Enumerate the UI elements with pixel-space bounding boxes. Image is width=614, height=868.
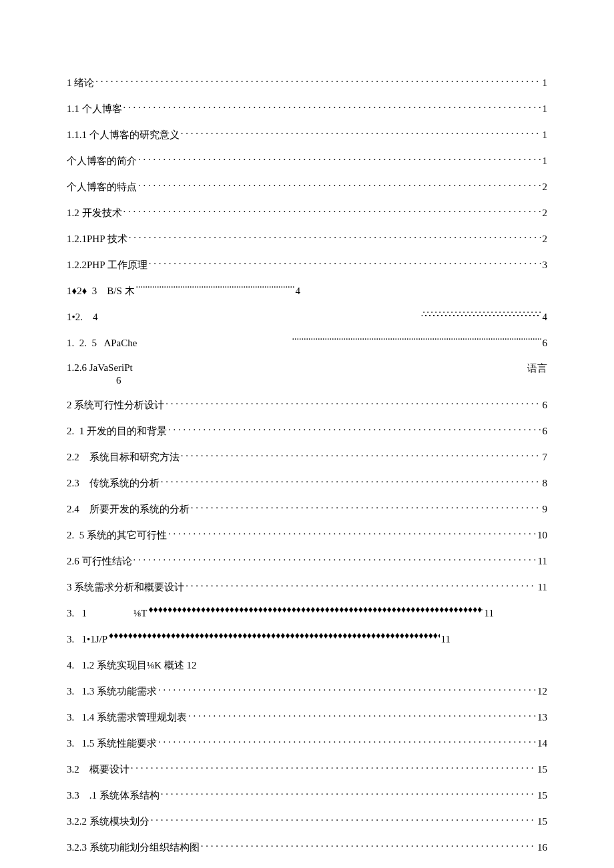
toc-entry: 2.3 传统系统的分析8: [67, 476, 547, 490]
toc-leader: [168, 528, 536, 538]
toc-label: 3.2.3 系统功能划分组织结构图: [67, 841, 200, 855]
toc-leader: [131, 763, 536, 773]
toc-page-number: 2: [543, 206, 548, 220]
toc-entry: 1 绪论1: [67, 76, 547, 90]
toc-entry: 1♦2♦ 3 B/S 木4: [67, 284, 300, 298]
toc-page-number: 15: [537, 815, 547, 829]
toc-entry: 3.3 .1 系统体系结构15: [67, 789, 547, 803]
toc-label: 1.2.2PHP 工作原理: [67, 258, 147, 272]
toc-leader: [136, 284, 294, 294]
toc-label: 个人博客的简介: [67, 154, 137, 168]
toc-leader: [168, 424, 541, 434]
toc-leader: [191, 502, 541, 512]
toc-page-number: 11: [441, 632, 450, 646]
toc-entry: 1. 2. 5 APaChe6: [67, 336, 547, 350]
table-of-contents: 1 绪论11.1 个人博客11.1.1 个人博客的研究意义1个人博客的简介1个人…: [67, 76, 547, 855]
toc-leader: [129, 232, 541, 242]
toc-page-number: 1: [543, 102, 548, 116]
toc-leader: [158, 685, 536, 695]
toc-page-number: 6: [543, 424, 548, 438]
toc-page-number: 12: [537, 685, 547, 699]
toc-label: 2. 1 开发的目的和背景: [67, 424, 167, 438]
toc-label: 个人博客的特点: [67, 180, 137, 194]
toc-entry: 个人博客的简介1: [67, 154, 547, 168]
toc-label: 1. 2. 5 APaChe: [67, 336, 137, 350]
toc-leader: [188, 711, 536, 721]
toc-leader: [161, 476, 541, 486]
toc-page-number: 10: [537, 528, 547, 542]
toc-leader: [166, 398, 541, 408]
toc-entry: 2.4 所要开发的系统的分析9: [67, 502, 547, 516]
toc-label: 1♦2♦ 3 B/S 木: [67, 284, 135, 298]
toc-entry: 1.2.6 JaVaSeriPt语言6: [67, 362, 547, 386]
toc-leader: [158, 737, 536, 747]
toc-page-number: 15: [537, 789, 547, 803]
toc-entry: 3. 1.4 系统需求管理规划表13: [67, 711, 547, 725]
toc-entry: 3.2 概要设计15: [67, 763, 547, 777]
toc-label: 2.3 传统系统的分析: [67, 476, 160, 490]
toc-leader: [138, 180, 541, 190]
toc-entry: 1.2 开发技术2: [67, 206, 547, 220]
toc-page-number: 6: [116, 375, 547, 386]
toc-label: 3.2.2 系统模块划分: [67, 815, 149, 829]
toc-leader: [138, 336, 541, 346]
toc-label: 1•2. 4: [67, 310, 98, 324]
toc-entry: 1•2. 44: [67, 310, 547, 324]
toc-entry: 1.1 个人博客1: [67, 102, 547, 116]
toc-entry: 3. 1.5 系统性能要求14: [67, 737, 547, 751]
toc-page-number: 4: [296, 284, 301, 298]
toc-page-number: 4: [543, 310, 548, 324]
toc-entry: 2. 5 系统的其它可行性10: [67, 528, 547, 542]
toc-page-number: 1: [543, 154, 548, 168]
toc-leader: [161, 789, 536, 799]
toc-label: 3. 1.5 系统性能要求: [67, 737, 157, 751]
toc-page-number: 1: [543, 128, 548, 142]
toc-page-number: 3: [543, 258, 548, 272]
toc-entry: 2 系统可行性分析设计6: [67, 398, 547, 412]
toc-label: 1.1 个人博客: [67, 102, 122, 116]
toc-page-number: 11: [538, 554, 547, 568]
toc-entry: 1.2.2PHP 工作原理3: [67, 258, 547, 272]
toc-label: 2.2 系统目标和研究方法: [67, 450, 180, 464]
toc-leader: [123, 102, 541, 112]
toc-leader: [99, 310, 541, 320]
toc-leader: [149, 258, 541, 268]
toc-label: 1.2.1PHP 技术: [67, 232, 127, 246]
toc-entry: 1.1.1 个人博客的研究意义1: [67, 128, 547, 142]
toc-page-number: 14: [537, 737, 547, 751]
toc-label: 2 系统可行性分析设计: [67, 398, 164, 412]
toc-right-text: 语言: [527, 362, 547, 375]
toc-leader: [181, 450, 541, 460]
toc-label: 1 绪论: [67, 76, 94, 90]
toc-page-number: 1: [543, 76, 548, 90]
toc-page-number: 13: [537, 711, 547, 725]
toc-page-number: 9: [543, 502, 548, 516]
toc-label: 3. 1.4 系统需求管理规划表: [67, 711, 187, 725]
toc-label: 2.4 所要开发的系统的分析: [67, 502, 190, 516]
toc-leader: [109, 632, 439, 642]
toc-leader: [133, 554, 537, 564]
toc-leader: [151, 815, 536, 825]
toc-leader: [138, 154, 541, 164]
toc-entry: 1.2.1PHP 技术2: [67, 232, 547, 246]
toc-label: 1.2 开发技术: [67, 206, 122, 220]
toc-page-number: 7: [543, 450, 548, 464]
toc-entry: 4. 1.2 系统实现目⅛K 概述 12: [67, 659, 547, 673]
toc-label: 1.2.6 JaVaSeriPt: [67, 362, 133, 375]
toc-entry: 3.2.3 系统功能划分组织结构图16: [67, 841, 547, 855]
toc-label: 3.2 概要设计: [67, 763, 129, 777]
toc-page-number: 8: [543, 476, 548, 490]
toc-entry: 个人博客的特点2: [67, 180, 547, 194]
toc-label: 2. 5 系统的其它可行性: [67, 528, 167, 542]
toc-page-number: 11: [538, 580, 547, 594]
toc-page-number: 6: [543, 398, 548, 412]
toc-leader: [148, 606, 483, 616]
toc-leader: [181, 128, 541, 138]
toc-page-number: 2: [543, 232, 548, 246]
toc-page-number: 2: [543, 180, 548, 194]
toc-entry: 2.2 系统目标和研究方法7: [67, 450, 547, 464]
toc-leader: [123, 206, 541, 216]
toc-entry: 3. 1.3 系统功能需求12: [67, 685, 547, 699]
toc-label: 4. 1.2 系统实现目⅛K 概述 12: [67, 659, 197, 673]
toc-entry: 3.2.2 系统模块划分15: [67, 815, 547, 829]
